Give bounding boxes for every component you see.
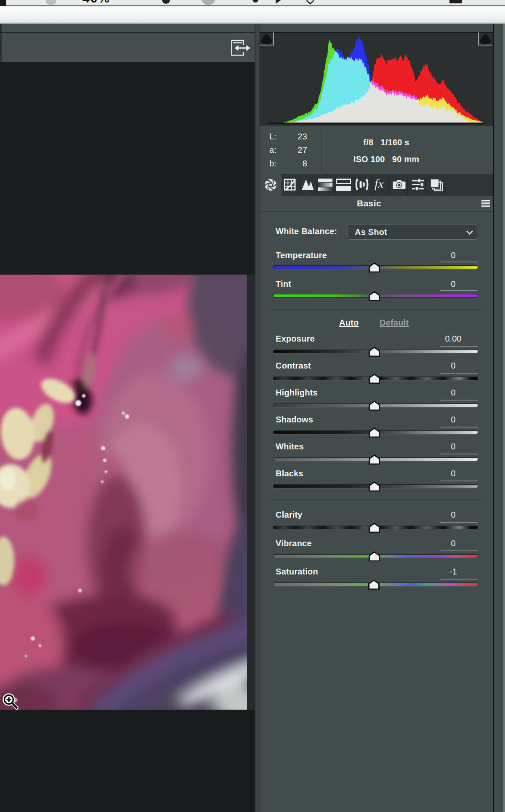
svg-text:fx: fx (375, 178, 384, 190)
